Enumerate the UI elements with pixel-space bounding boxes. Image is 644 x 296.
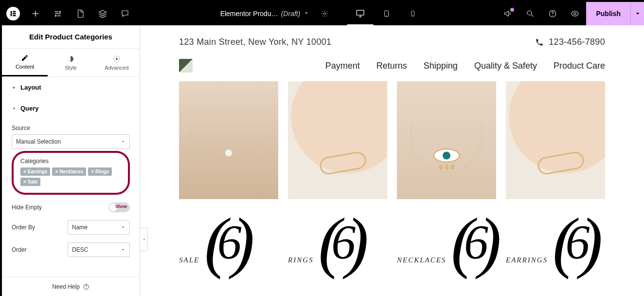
category-card-earrings[interactable]: [506, 81, 605, 199]
svg-point-9: [412, 16, 413, 16]
section-query[interactable]: Query: [2, 98, 140, 119]
order-value: DESC: [72, 246, 88, 253]
panel-sections: Layout Query Source Manual Selection Cat…: [2, 77, 140, 277]
svg-rect-5: [357, 10, 364, 15]
svg-rect-0: [11, 11, 12, 17]
svg-point-7: [386, 16, 387, 16]
category-labels: SALE (6) RINGS (6) NECKLACES (6) EARRING…: [179, 208, 605, 276]
site-phone[interactable]: 123-456-7890: [535, 37, 605, 47]
add-icon[interactable]: [24, 2, 47, 25]
category-card-necklaces[interactable]: [397, 81, 496, 199]
cat-label: EARRINGS: [506, 256, 548, 276]
order-by-select[interactable]: Name: [68, 220, 130, 235]
nav-returns[interactable]: Returns: [376, 61, 407, 71]
category-card-sale[interactable]: [179, 81, 278, 199]
topbar-right: Publish: [497, 2, 644, 25]
brand-logo-icon[interactable]: [179, 59, 193, 73]
tab-advanced[interactable]: Advanced: [94, 49, 140, 76]
need-help-label: Need Help: [52, 283, 80, 290]
chip-earrings[interactable]: ×Earrings: [20, 167, 50, 176]
svg-point-13: [574, 13, 576, 15]
settings-sliders-icon[interactable]: [47, 2, 69, 25]
hide-empty-toggle[interactable]: Show: [108, 203, 130, 212]
cat-necklaces[interactable]: NECKLACES (6): [397, 208, 496, 276]
preview-icon[interactable]: [564, 2, 586, 25]
cat-count: (6): [451, 208, 491, 276]
cat-rings[interactable]: RINGS (6): [288, 208, 387, 276]
tab-content-label: Content: [16, 64, 35, 70]
tab-advanced-label: Advanced: [105, 65, 128, 71]
topbar-left: [2, 2, 136, 25]
cat-earrings[interactable]: EARRINGS (6): [506, 208, 605, 276]
document-icon[interactable]: [69, 2, 91, 25]
elementor-logo-icon[interactable]: [6, 7, 20, 20]
section-layout[interactable]: Layout: [2, 77, 140, 98]
chevron-down-icon: [121, 225, 125, 230]
source-select[interactable]: Manual Selection: [12, 134, 130, 149]
responsive-tabs: [347, 2, 426, 25]
page-settings-icon[interactable]: [315, 10, 334, 18]
publish-dropdown-icon[interactable]: [630, 2, 644, 25]
svg-rect-1: [13, 11, 16, 13]
cat-count: (6): [319, 208, 359, 276]
tab-style[interactable]: Style: [48, 49, 93, 76]
cat-label: RINGS: [288, 256, 314, 276]
category-card-rings[interactable]: [288, 81, 387, 199]
help-icon[interactable]: [541, 2, 564, 25]
phone-number: 123-456-7890: [549, 37, 605, 47]
nav-payment[interactable]: Payment: [325, 61, 360, 71]
draft-label: (Draft): [281, 10, 301, 18]
cat-sale[interactable]: SALE (6): [179, 208, 278, 276]
preview-canvas: 123 Main Street, New York, NY 10001 123-…: [140, 25, 644, 296]
chevron-down-icon: [121, 139, 125, 144]
product-image: [179, 81, 278, 199]
section-query-title: Query: [20, 105, 39, 112]
chip-rings[interactable]: ×Rings: [88, 167, 112, 176]
chip-necklaces[interactable]: ×Necklaces: [52, 167, 86, 176]
site-info-bar: 123 Main Street, New York, NY 10001 123-…: [179, 25, 605, 56]
nav-links: Payment Returns Shipping Quality & Safet…: [325, 61, 605, 71]
order-row: Order DESC: [12, 242, 130, 257]
site-nav: Payment Returns Shipping Quality & Safet…: [179, 56, 605, 81]
layers-icon[interactable]: [91, 2, 114, 25]
order-select[interactable]: DESC: [68, 242, 130, 257]
panel-tabs: Content Style Advanced: [2, 49, 140, 77]
cat-label: SALE: [179, 256, 199, 276]
svg-point-12: [553, 15, 554, 16]
chip-remove-icon: ×: [23, 179, 26, 185]
collapse-sidebar-icon[interactable]: [140, 228, 148, 251]
device-mobile-icon[interactable]: [399, 2, 426, 25]
document-title[interactable]: Elementor Produ…: [220, 10, 278, 18]
search-icon[interactable]: [519, 2, 541, 25]
publish-button[interactable]: Publish: [586, 2, 630, 25]
chip-remove-icon: ×: [91, 169, 94, 174]
chevron-down-icon: [121, 247, 125, 252]
chip-remove-icon: ×: [23, 169, 26, 174]
cat-count: (6): [553, 208, 593, 276]
product-image: [288, 81, 387, 199]
need-help-button[interactable]: Need Help: [2, 277, 140, 296]
device-tablet-icon[interactable]: [373, 2, 399, 25]
announcements-icon[interactable]: [497, 2, 519, 25]
comment-icon[interactable]: [114, 2, 136, 25]
svg-rect-3: [13, 15, 16, 17]
help-circle-icon: [83, 283, 89, 290]
categories-chips: ×Earrings ×Necklaces ×Rings ×Sale: [20, 167, 121, 186]
doc-dropdown-icon[interactable]: [303, 10, 309, 18]
product-image: [397, 81, 496, 199]
toggle-text: Show: [115, 204, 127, 209]
source-label: Source: [12, 125, 130, 131]
preview-body: 123 Main Street, New York, NY 10001 123-…: [140, 25, 644, 276]
device-desktop-icon[interactable]: [347, 2, 373, 25]
categories-highlight: Categories ×Earrings ×Necklaces ×Rings ×…: [12, 151, 130, 195]
source-value: Manual Selection: [16, 138, 61, 145]
nav-quality[interactable]: Quality & Safety: [474, 61, 537, 71]
topbar-center: Elementor Produ… (Draft): [220, 2, 426, 25]
tab-content[interactable]: Content: [2, 49, 48, 76]
chip-sale[interactable]: ×Sale: [20, 178, 40, 186]
top-bar: Elementor Produ… (Draft): [2, 2, 644, 25]
nav-shipping[interactable]: Shipping: [424, 61, 458, 71]
main-layout: Edit Product Categories Content Style Ad…: [2, 25, 644, 296]
nav-product-care[interactable]: Product Care: [554, 61, 605, 71]
cat-count: (6): [204, 208, 245, 276]
